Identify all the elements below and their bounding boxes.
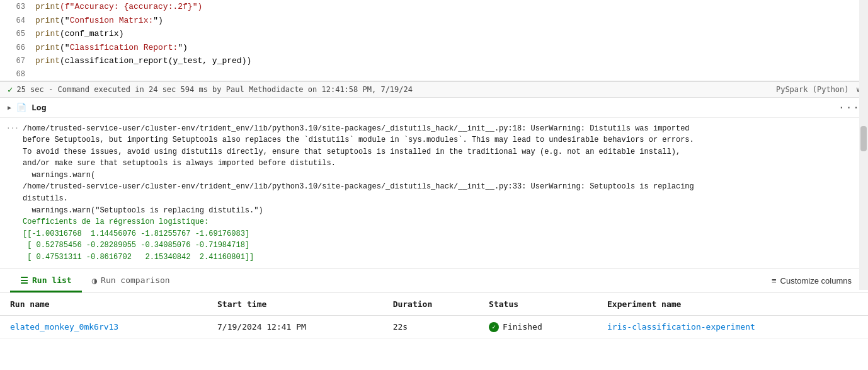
log-header-left: ▶ 📄 Log xyxy=(8,103,47,112)
code-content: (" xyxy=(60,42,70,54)
code-content: (classification_report(y_test, y_pred)) xyxy=(60,55,251,67)
code-content: Classification Report: xyxy=(70,42,178,54)
table-row: elated_monkey_0mk6rv13 7/19/2024 12:41 P… xyxy=(0,315,868,338)
log-line-6: /home/trusted-service-user/cluster-env/t… xyxy=(23,181,860,193)
log-expand-button[interactable]: ▶ xyxy=(8,104,11,111)
line-number: 67 xyxy=(5,55,25,67)
code-line-66: 66 print("Classification Report:") xyxy=(0,41,868,55)
log-line-5: warnings.warn( xyxy=(23,170,860,182)
status-finished: ✓ Finished xyxy=(489,322,587,332)
code-content: Confusion Matrix: xyxy=(70,14,154,27)
col-experiment-name: Experiment name xyxy=(597,293,868,316)
line-number: 63 xyxy=(5,1,25,13)
customize-columns-icon: ≡ xyxy=(772,276,777,286)
code-content: print xyxy=(35,55,60,67)
col-run-name: Run name xyxy=(0,293,207,316)
scrollbar[interactable] xyxy=(859,0,868,290)
line-number: 64 xyxy=(5,15,25,26)
log-line-11: [ 0.52785456 -0.28289055 -0.34085076 -0.… xyxy=(23,240,860,251)
code-section: 63 print(f"Accuracy: {accuracy:.2f}") 64… xyxy=(0,0,868,81)
code-line-63: 63 print(f"Accuracy: {accuracy:.2f}") xyxy=(0,0,868,14)
run-name-link[interactable]: elated_monkey_0mk6rv13 xyxy=(10,322,118,332)
code-content: (conf_matrix) xyxy=(60,28,123,40)
log-line-8: warnings.warn("Setuptools is replacing d… xyxy=(23,205,860,217)
code-content: ") xyxy=(153,14,163,27)
line-number: 66 xyxy=(5,42,25,54)
code-content: (f"Accuracy: {accuracy:.2f}") xyxy=(60,1,202,13)
log-line-1: /home/trusted-service-user/cluster-env/t… xyxy=(23,123,860,135)
log-line-4: and/or make sure that setuptools is alwa… xyxy=(23,158,860,170)
tabs-left: ☰ Run list ◑ Run comparison xyxy=(10,269,180,292)
log-more-button[interactable]: ··· xyxy=(838,101,860,113)
log-line-10: [[-1.00316768 1.14456076 -1.81255767 -1.… xyxy=(23,228,860,240)
status-label: Finished xyxy=(503,322,542,332)
log-line-12: [ 0.47531311 -0.8616702 2.15340842 2.411… xyxy=(23,251,860,263)
scrollbar-thumb xyxy=(860,126,867,151)
log-line-7: distutils. xyxy=(23,193,860,205)
log-line-2: before Setuptools, but importing Setupto… xyxy=(23,134,860,146)
code-line-64: 64 print("Confusion Matrix:") xyxy=(0,14,868,28)
log-dots: ··· xyxy=(6,123,19,134)
code-content: print xyxy=(35,1,60,13)
col-duration: Duration xyxy=(383,293,479,316)
experiment-name-cell: iris-classification-experiment xyxy=(597,315,868,338)
log-header: ▶ 📄 Log ··· xyxy=(0,98,868,118)
code-line-65: 65 print(conf_matrix) xyxy=(0,27,868,41)
log-output[interactable]: ··· /home/trusted-service-user/cluster-e… xyxy=(0,118,868,269)
customize-columns-label: Customize columns xyxy=(780,276,852,286)
check-icon: ✓ xyxy=(8,84,13,95)
exec-bar-runtime[interactable]: PySpark (Python) ∨ xyxy=(776,85,860,94)
code-content: print xyxy=(35,42,60,54)
status-cell: ✓ Finished xyxy=(479,315,597,338)
exec-bar-message: 25 sec - Command executed in 24 sec 594 … xyxy=(16,85,413,94)
log-line-3: To avoid these issues, avoid using distu… xyxy=(23,146,860,158)
runs-table: Run name Start time Duration Status Expe… xyxy=(0,293,868,339)
customize-columns-button[interactable]: ≡ Customize columns xyxy=(765,272,858,289)
col-start-time: Start time xyxy=(207,293,383,316)
table-header-row: Run name Start time Duration Status Expe… xyxy=(0,293,868,316)
run-name-cell: elated_monkey_0mk6rv13 xyxy=(0,315,207,338)
code-content: print xyxy=(35,28,60,40)
code-content: print xyxy=(35,14,60,27)
tabs-bar: ☰ Run list ◑ Run comparison ≡ Customize … xyxy=(0,269,868,293)
log-doc-icon: 📄 xyxy=(16,103,26,112)
start-time-cell: 7/19/2024 12:41 PM xyxy=(207,315,383,338)
line-number: 65 xyxy=(5,28,25,40)
code-line-67: 67 print(classification_report(y_test, y… xyxy=(0,54,868,68)
tab-run-list[interactable]: ☰ Run list xyxy=(10,269,82,292)
log-title: Log xyxy=(31,103,46,112)
experiment-name-link[interactable]: iris-classification-experiment xyxy=(607,322,755,332)
code-content: ") xyxy=(178,42,188,54)
status-finished-icon: ✓ xyxy=(489,322,499,332)
col-status: Status xyxy=(479,293,597,316)
duration-cell: 22s xyxy=(383,315,479,338)
tab-run-comparison[interactable]: ◑ Run comparison xyxy=(82,269,180,292)
execution-status-bar: ✓ 25 sec - Command executed in 24 sec 59… xyxy=(0,81,868,98)
tab-run-list-label: Run list xyxy=(32,275,72,285)
run-comparison-icon: ◑ xyxy=(92,275,97,286)
main-container: 63 print(f"Accuracy: {accuracy:.2f}") 64… xyxy=(0,0,868,370)
tab-run-comparison-label: Run comparison xyxy=(101,275,170,285)
line-number: 68 xyxy=(5,69,25,80)
exec-bar-left: ✓ 25 sec - Command executed in 24 sec 59… xyxy=(8,84,413,95)
run-list-icon: ☰ xyxy=(20,275,28,286)
log-line-9: Coefficients de la régression logistique… xyxy=(23,216,860,228)
code-line-68: 68 xyxy=(0,68,868,81)
runtime-label: PySpark (Python) xyxy=(776,85,849,94)
runs-table-section: Run name Start time Duration Status Expe… xyxy=(0,293,868,339)
code-content: (" xyxy=(60,14,70,27)
